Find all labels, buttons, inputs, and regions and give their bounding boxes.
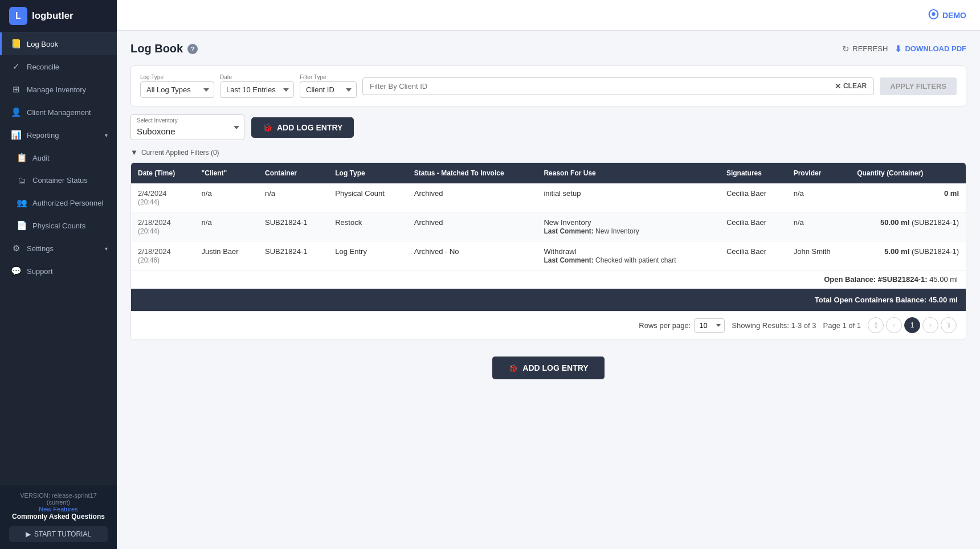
topbar: ⦿ DEMO	[117, 0, 980, 31]
total-label: Total Open Containers Balance:	[815, 296, 926, 304]
inventory-row: Select Inventory Suboxone Other 🐞 ADD LO…	[130, 114, 966, 140]
log-type-cell: Log Entry	[328, 241, 407, 271]
sidebar-item-manage-inventory[interactable]: ⊞ Manage Inventory	[0, 78, 117, 101]
sidebar-item-settings[interactable]: ⚙ Settings ▾	[0, 237, 117, 260]
quantity-cell: 50.00 ml (SUB21824-1)	[850, 212, 966, 241]
sidebar-item-audit[interactable]: 📋 Audit	[0, 146, 117, 169]
sidebar-nav: 📒 Log Book ✓ Reconcile ⊞ Manage Inventor…	[0, 32, 117, 282]
logo-icon: L	[9, 7, 27, 25]
table-row: 2/18/2024(20:46) Justin Baer SUB21824-1 …	[131, 241, 966, 271]
col-header: "Client"	[195, 163, 258, 183]
user-label: DEMO	[942, 11, 966, 20]
log-table: Date (Time)"Client"ContainerLog TypeStat…	[131, 163, 966, 311]
sidebar-item-log-book[interactable]: 📒 Log Book	[0, 32, 117, 55]
date-filter: Date Last 10 Entries Today This Week Thi…	[220, 74, 294, 98]
apply-filters-button[interactable]: APPLY FILTERS	[880, 77, 957, 95]
sidebar-item-reporting[interactable]: 📊 Reporting ▾	[0, 124, 117, 146]
sidebar-item-physical-counts[interactable]: 📄 Physical Counts	[0, 214, 117, 237]
rows-per-page-select[interactable]: 10 25 50 100	[694, 318, 725, 333]
tutorial-icon: ▶	[26, 530, 31, 538]
pagination-row: Rows per page: 10 25 50 100 Showing Resu…	[131, 311, 966, 339]
col-header: Reason For Use	[537, 163, 720, 183]
help-icon[interactable]: ?	[187, 44, 198, 54]
last-page-button[interactable]: ⟫	[941, 317, 957, 333]
log-type-cell: Restock	[328, 212, 407, 241]
bottom-add-log-button[interactable]: 🐞 ADD LOG ENTRY	[492, 357, 604, 379]
faq-link[interactable]: Commonly Asked Questions	[9, 513, 108, 521]
add-log-entry-button[interactable]: 🐞 ADD LOG ENTRY	[251, 117, 354, 138]
nav-label-authorized-personnel: Authorized Personnel	[32, 199, 108, 207]
sidebar-item-authorized-personnel[interactable]: 👥 Authorized Personnel	[0, 191, 117, 214]
nav-icon-authorized-personnel: 👥	[17, 198, 27, 208]
reason-cell: New Inventory Last Comment: New Inventor…	[537, 212, 720, 241]
col-header: Container	[258, 163, 328, 183]
date-cell: 2/18/2024(20:44)	[131, 212, 195, 241]
bottom-add-log-icon: 🐞	[508, 363, 518, 372]
quantity-cell: 0 ml	[850, 183, 966, 212]
log-type-label: Log Type	[140, 74, 214, 80]
prev-page-button[interactable]: ‹	[886, 317, 902, 333]
page-header: Log Book ? ↻ REFRESH ⬇ DOWNLOAD PDF	[130, 42, 966, 55]
nav-icon-reporting: 📊	[11, 130, 21, 140]
open-balance-label: Open Balance: #SUB21824-1:	[824, 275, 927, 284]
add-log-icon: 🐞	[263, 123, 272, 132]
total-row: Total Open Containers Balance: 45.00 ml	[131, 289, 966, 312]
page-1-button[interactable]: 1	[904, 317, 920, 333]
refresh-label: REFRESH	[852, 44, 888, 53]
container-cell: SUB21824-1	[258, 241, 328, 271]
status-cell: Archived - No	[407, 241, 537, 271]
col-header: Signatures	[720, 163, 787, 183]
container-cell: n/a	[258, 183, 328, 212]
download-pdf-button[interactable]: ⬇ DOWNLOAD PDF	[895, 44, 966, 54]
reason-cell: initial setup	[537, 183, 720, 212]
page-title-area: Log Book ?	[130, 42, 198, 55]
filter-type-label: Filter Type	[300, 74, 357, 80]
nav-icon-log-book: 📒	[11, 39, 21, 49]
page-controls: ⟪ ‹ 1 › ⟫	[868, 317, 957, 333]
content-area: Log Book ? ↻ REFRESH ⬇ DOWNLOAD PDF Log …	[117, 31, 980, 549]
first-page-button[interactable]: ⟪	[868, 317, 884, 333]
sidebar-item-support[interactable]: 💬 Support	[0, 260, 117, 282]
nav-icon-audit: 📋	[17, 153, 27, 163]
showing-results: Showing Results: 1-3 of 3	[732, 321, 816, 330]
table-header-row: Date (Time)"Client"ContainerLog TypeStat…	[131, 163, 966, 183]
date-cell: 2/18/2024(20:46)	[131, 241, 195, 271]
page-title: Log Book	[130, 42, 183, 55]
date-cell: 2/4/2024(20:44)	[131, 183, 195, 212]
client-cell: n/a	[195, 212, 258, 241]
logo-area[interactable]: L logbutler	[0, 0, 117, 32]
new-features-link[interactable]: New Features	[9, 506, 108, 513]
clear-button[interactable]: ✕ CLEAR	[828, 78, 873, 95]
bottom-add-row: 🐞 ADD LOG ENTRY	[130, 345, 966, 385]
nav-label-log-book: Log Book	[27, 40, 108, 48]
sidebar-item-client-management[interactable]: 👤 Client Management	[0, 101, 117, 124]
start-tutorial-button[interactable]: ▶ START TUTORIAL	[9, 526, 108, 542]
user-menu[interactable]: ⦿ DEMO	[928, 9, 966, 22]
date-select[interactable]: Last 10 Entries Today This Week This Mon…	[220, 81, 294, 98]
sidebar-item-reconcile[interactable]: ✓ Reconcile	[0, 55, 117, 78]
nav-label-container-status: Container Status	[32, 176, 108, 185]
chevron-icon-settings: ▾	[105, 245, 108, 252]
filter-type-select[interactable]: Client ID Container Provider	[300, 81, 357, 98]
col-header: Log Type	[328, 163, 407, 183]
sidebar: L logbutler 📒 Log Book ✓ Reconcile ⊞ Man…	[0, 0, 117, 549]
nav-icon-manage-inventory: ⊞	[11, 84, 21, 95]
filter-input[interactable]	[363, 78, 828, 95]
nav-label-audit: Audit	[32, 154, 108, 162]
reason-cell: Withdrawl Last Comment: Checked with pat…	[537, 241, 720, 271]
refresh-button[interactable]: ↻ REFRESH	[842, 44, 888, 54]
log-type-select[interactable]: All Log Types Physical Count Restock Log…	[140, 81, 214, 98]
signatures-cell: Cecilia Baer	[720, 183, 787, 212]
log-type-filter: Log Type All Log Types Physical Count Re…	[140, 74, 214, 98]
rows-per-page-label: Rows per page:	[639, 321, 691, 330]
nav-label-settings: Settings	[27, 244, 99, 253]
next-page-button[interactable]: ›	[922, 317, 938, 333]
account-icon: ⦿	[928, 9, 939, 22]
sidebar-item-container-status[interactable]: 🗂 Container Status	[0, 169, 117, 191]
filters-row: Log Type All Log Types Physical Count Re…	[130, 65, 966, 106]
version-label: VERSION: release-sprint17 (current)	[9, 492, 108, 506]
nav-icon-physical-counts: 📄	[17, 220, 27, 231]
date-label: Date	[220, 74, 294, 80]
nav-icon-container-status: 🗂	[17, 175, 27, 185]
filter-funnel-icon: ▼	[130, 148, 138, 157]
